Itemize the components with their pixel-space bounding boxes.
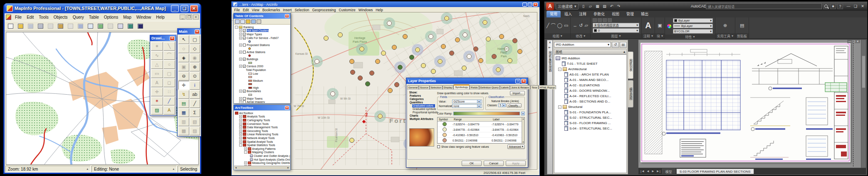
menu-item[interactable]: Edit — [243, 8, 249, 12]
scrollbar-thumb[interactable] — [862, 56, 866, 88]
toc-layer-row[interactable] — [248, 47, 290, 51]
arcmap-titlebar[interactable]: …ters - ArcMap - ArcInfo _ ❏ × — [232, 2, 539, 7]
toc-layer-row[interactable] — [248, 93, 290, 97]
toc-layer-row[interactable]: + ✓ Boundaries — [239, 90, 290, 93]
sheet-row[interactable]: A-01 - MAIN AND SECO... — [564, 77, 626, 83]
toolbox-row[interactable]: + Analyzing Patterns — [244, 147, 290, 151]
menu-item[interactable]: Tools — [36, 15, 51, 20]
dialog-tab[interactable]: Source — [419, 85, 430, 89]
publish-button[interactable]: ▤ — [620, 42, 627, 48]
expand-icon[interactable]: + — [239, 100, 242, 103]
tool-button[interactable]: ◉ — [190, 54, 200, 62]
show-list-item[interactable]: Charts — [409, 114, 435, 117]
menu-item[interactable]: File — [234, 8, 240, 12]
advanced-button[interactable]: Advanced ▾ — [507, 144, 525, 149]
ok-button[interactable]: OK — [462, 161, 482, 166]
toc-layer-row[interactable] — [248, 83, 290, 86]
tool-button[interactable]: ∷ — [163, 88, 176, 96]
layer-checkbox[interactable] — [243, 44, 246, 46]
dialog-tab[interactable]: Labels — [500, 85, 510, 89]
scroll-right-icon[interactable]: ► — [287, 166, 289, 169]
sheet-row[interactable]: S-01 - FOUNDATION PLA... — [564, 110, 626, 115]
layer-checkbox[interactable]: ✓ — [243, 29, 246, 32]
statusbar-editing[interactable]: Editing: None▴ — [91, 166, 177, 172]
expand-icon[interactable]: + — [244, 147, 247, 150]
layout-nav-button[interactable]: |◄ — [640, 169, 645, 173]
quick-access-button[interactable]: ▱ — [587, 3, 594, 9]
toc-layer-row[interactable] — [248, 54, 290, 58]
toc-layer-row[interactable] — [248, 75, 290, 79]
sheet-row[interactable]: S-03 - FLOOR FRAMING ... — [564, 120, 626, 126]
close-icon[interactable]: × — [170, 36, 175, 41]
layout-nav-button[interactable]: ► — [650, 169, 655, 173]
quick-access-button[interactable]: ↶ — [608, 3, 615, 9]
palette-tab[interactable]: 图纸列表 — [628, 51, 633, 79]
close-icon[interactable]: ✕ — [549, 41, 551, 44]
show-list-item[interactable]: Graduated colors — [412, 104, 435, 108]
chevron-down-icon[interactable]: ▾ — [561, 34, 562, 38]
menu-item[interactable]: Table — [87, 15, 101, 20]
mapinfo-titlebar[interactable]: MapInfo Professional - [TOWN,STREET,WATE… — [5, 3, 200, 13]
child-close-icon[interactable]: × — [193, 15, 199, 20]
layer-checkbox[interactable]: ✓ — [243, 58, 246, 61]
color-ramp-combo[interactable] — [453, 112, 520, 115]
toolbox-row[interactable]: + Data Management Tools — [239, 125, 290, 129]
toc-layer-row[interactable]: + ✓ Hot Spot Clusters — [239, 29, 290, 33]
dialog-tab[interactable]: Definition Query — [479, 85, 500, 89]
toolbox-row[interactable]: + Spatial Analyst Tools — [239, 140, 290, 144]
collapse-icon[interactable]: ▴ — [623, 50, 625, 54]
toc-layer-row[interactable]: + ✓ Buildings — [239, 57, 290, 61]
tool-button[interactable]: ✛ — [178, 81, 189, 90]
layer-checkbox[interactable] — [243, 100, 246, 103]
sheet-row[interactable]: A-03 - DOORS WINDOW... — [564, 88, 626, 93]
quick-access-button[interactable]: ↷ — [616, 3, 622, 9]
tool-button[interactable]: ╱ — [163, 97, 176, 105]
close-icon[interactable]: × — [285, 14, 289, 18]
toolbox-row[interactable]: + Cartography Tools — [239, 118, 290, 122]
paste-icon[interactable]: ▤ — [740, 23, 744, 28]
plot-style-combo[interactable]: BYCOLOR▾ — [673, 29, 713, 34]
tool-button[interactable]: ⊙ — [190, 72, 200, 81]
toc-layer-row[interactable] — [248, 39, 290, 43]
dialog-tab[interactable]: Selection — [430, 85, 443, 89]
class-symbol-swatch[interactable] — [443, 138, 447, 142]
column-symbol[interactable]: Symbol — [438, 118, 453, 121]
tool-button[interactable]: ▨ — [151, 106, 163, 115]
sheet-row[interactable]: A-02 - ELEVATIONS — [564, 83, 626, 88]
drawing-canvas[interactable]: — ❏ ✕ — [638, 40, 866, 168]
maximize-button[interactable]: ❏ — [181, 5, 188, 12]
tool-button[interactable]: i — [190, 81, 200, 90]
text-tool-icon[interactable]: A — [645, 21, 651, 29]
sheet-row[interactable]: A-04 - REFLECTED CEILI... — [564, 93, 626, 99]
auto-hide-icon[interactable]: ⇤ — [549, 46, 551, 49]
toc-layer-row[interactable]: + Proposed Stations — [239, 43, 290, 47]
expand-icon[interactable]: + — [239, 29, 242, 32]
linetype-combo[interactable]: ByLayer▾ — [673, 24, 713, 28]
column-range[interactable]: Range — [453, 118, 492, 121]
show-class-ranges-checkbox[interactable] — [437, 145, 440, 148]
close-button[interactable]: ✕ — [190, 5, 198, 12]
toc-titlebar[interactable]: Table Of Contents × — [234, 13, 290, 19]
tool-button[interactable]: ╱ — [190, 99, 200, 108]
tool-button[interactable]: ✛ — [151, 88, 163, 96]
autocad-titlebar[interactable]: A 三维建模 ▾ ▯▱▦▤↶↷ AutoCAD 2011 S-03.dwg 键入… — [544, 2, 867, 11]
menu-item[interactable]: Insert — [283, 8, 292, 12]
object-color-combo[interactable]: ByLayer▾ — [673, 18, 713, 23]
sheet-row[interactable]: T-01 - TITLE SHEET — [562, 61, 626, 66]
chevron-down-icon[interactable]: ▾ — [661, 34, 663, 38]
expand-icon[interactable]: + — [239, 119, 242, 122]
expand-icon[interactable]: + — [239, 122, 242, 125]
dialog-tab[interactable]: Joins & Relates — [510, 85, 530, 89]
apply-button[interactable]: Apply — [506, 161, 526, 166]
toolbox-row[interactable]: + Linear Referencing Tools — [239, 133, 290, 137]
ribbon-tab[interactable]: 视图 — [608, 11, 623, 17]
vertical-scrollbar[interactable] — [861, 40, 866, 168]
chevron-down-icon[interactable]: ▾ — [693, 35, 695, 39]
layer-checkbox[interactable]: ✓ — [243, 33, 246, 36]
child-window-icon[interactable] — [6, 15, 11, 20]
expand-icon[interactable]: + — [239, 140, 242, 143]
expand-icon[interactable]: + — [239, 97, 242, 100]
tool-button[interactable]: ◇ — [190, 44, 200, 53]
table-scrollbar[interactable]: ▲▼ — [522, 117, 524, 143]
tool-button[interactable]: ▩ — [178, 127, 189, 135]
